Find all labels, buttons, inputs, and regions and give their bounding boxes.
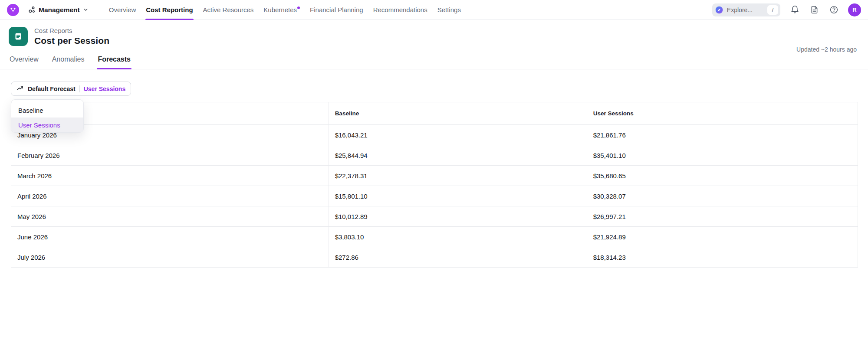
cost-report-icon — [9, 27, 28, 46]
new-feature-dot — [297, 7, 300, 9]
page-header: Cost Reports Cost per Session Updated ~2… — [0, 20, 868, 46]
breadcrumb: Cost Reports — [34, 27, 109, 34]
forecast-button-value: User Sessions — [84, 85, 126, 92]
page-title-block: Cost Reports Cost per Session — [34, 27, 109, 46]
cell-baseline: $22,378.31 — [329, 166, 587, 186]
bell-icon — [790, 5, 799, 14]
forecast-table-container: Baseline User Sessions January 2026 $16,… — [11, 102, 858, 268]
cell-month: May 2026 — [11, 206, 329, 227]
forecast-button-label: Default Forecast — [28, 85, 76, 92]
cell-baseline: $3,803.10 — [329, 227, 587, 247]
cell-month: June 2026 — [11, 227, 329, 247]
dropdown-option-user-sessions[interactable]: User Sessions — [11, 118, 83, 132]
top-nav: Management Overview Cost Reporting Activ… — [0, 0, 868, 20]
nav-item-cost-reporting[interactable]: Cost Reporting — [145, 0, 193, 20]
help-circle-icon — [829, 5, 838, 14]
cell-month: July 2026 — [11, 247, 329, 268]
cell-user-sessions: $18,314.23 — [587, 247, 858, 268]
table-row: March 2026 $22,378.31 $35,680.65 — [11, 166, 858, 186]
forecast-selector: Default Forecast User Sessions Baseline … — [11, 82, 131, 96]
dropdown-option-baseline[interactable]: Baseline — [11, 103, 83, 118]
table-row: April 2026 $15,801.10 $30,328.07 — [11, 186, 858, 206]
table-row: January 2026 $16,043.21 $21,861.76 — [11, 125, 858, 145]
forecast-table: Baseline User Sessions January 2026 $16,… — [11, 102, 858, 268]
chevron-down-icon — [83, 7, 89, 13]
explore-label: Explore... — [727, 7, 764, 13]
nav-item-financial-planning[interactable]: Financial Planning — [309, 0, 364, 20]
column-header-user-sessions: User Sessions — [587, 102, 858, 125]
cell-month: February 2026 — [11, 145, 329, 166]
cell-user-sessions: $21,924.89 — [587, 227, 858, 247]
compass-icon — [715, 6, 723, 14]
table-row: May 2026 $10,012.89 $26,997.21 — [11, 206, 858, 227]
user-avatar[interactable]: R — [848, 3, 861, 16]
cell-user-sessions: $26,997.21 — [587, 206, 858, 227]
cell-user-sessions: $35,401.10 — [587, 145, 858, 166]
logo-icon — [9, 6, 17, 14]
notifications-button[interactable] — [789, 5, 800, 15]
nav-item-kubernetes[interactable]: Kubernetes — [263, 0, 300, 20]
primary-nav: Overview Cost Reporting Active Resources… — [108, 0, 461, 20]
cell-user-sessions: $35,680.65 — [587, 166, 858, 186]
table-header-row: Baseline User Sessions — [11, 102, 858, 125]
cell-baseline: $10,012.89 — [329, 206, 587, 227]
workspace-switcher[interactable]: Management — [28, 6, 89, 14]
nav-item-active-resources[interactable]: Active Resources — [203, 0, 254, 20]
organization-icon — [28, 6, 36, 13]
nav-item-recommendations[interactable]: Recommendations — [373, 0, 428, 20]
default-forecast-button[interactable]: Default Forecast User Sessions — [11, 82, 131, 96]
trending-up-icon — [16, 85, 24, 92]
cell-user-sessions: $30,328.07 — [587, 186, 858, 206]
cell-month: April 2026 — [11, 186, 329, 206]
nav-item-overview[interactable]: Overview — [108, 0, 137, 20]
forecast-dropdown-menu: Baseline User Sessions — [11, 99, 84, 133]
cell-month: March 2026 — [11, 166, 329, 186]
topnav-right-cluster: Explore... / R — [712, 3, 861, 16]
help-button[interactable] — [829, 5, 839, 15]
button-divider — [79, 85, 80, 92]
column-header-baseline: Baseline — [329, 102, 587, 125]
explore-search-button[interactable]: Explore... / — [712, 3, 780, 16]
tab-anomalies[interactable]: Anomalies — [51, 52, 85, 69]
table-row: July 2026 $272.86 $18,314.23 — [11, 247, 858, 268]
docs-button[interactable] — [809, 5, 819, 15]
vantage-logo[interactable] — [7, 4, 19, 16]
cell-baseline: $25,844.94 — [329, 145, 587, 166]
report-tabs: Overview Anomalies Forecasts — [0, 52, 868, 69]
slash-shortcut-key: / — [767, 5, 778, 15]
table-row: February 2026 $25,844.94 $35,401.10 — [11, 145, 858, 166]
tab-overview[interactable]: Overview — [9, 52, 39, 69]
document-icon — [810, 5, 819, 14]
table-row: June 2026 $3,803.10 $21,924.89 — [11, 227, 858, 247]
cell-baseline: $16,043.21 — [329, 125, 587, 145]
cell-user-sessions: $21,861.76 — [587, 125, 858, 145]
tab-forecasts[interactable]: Forecasts — [97, 52, 132, 69]
forecasts-panel: Default Forecast User Sessions Baseline … — [0, 69, 868, 268]
report-document-icon — [13, 31, 23, 42]
page-title: Cost per Session — [34, 36, 109, 46]
workspace-label: Management — [39, 6, 80, 14]
updated-timestamp: Updated ~2 hours ago — [796, 46, 857, 53]
nav-item-kubernetes-label: Kubernetes — [263, 6, 297, 13]
cell-baseline: $15,801.10 — [329, 186, 587, 206]
cell-baseline: $272.86 — [329, 247, 587, 268]
nav-item-settings[interactable]: Settings — [437, 0, 461, 20]
